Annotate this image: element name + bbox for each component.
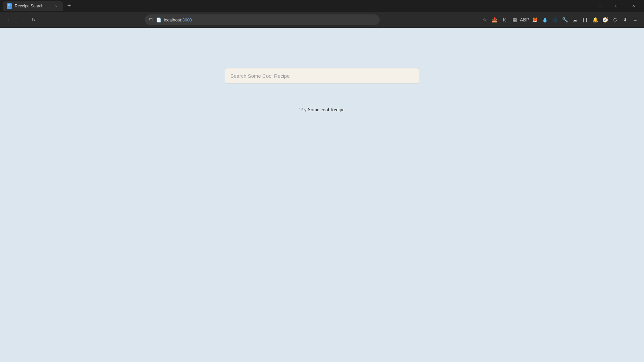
tab-bar: 🔍 Receipe Search × + bbox=[3, 0, 590, 12]
navigation-bar: ← → ↻ 🛡 📄 localhost:3000 ☆ 📥 K ▦ ABP 🦊 💧… bbox=[0, 12, 644, 28]
tab-title: Receipe Search bbox=[15, 4, 51, 8]
google-icon[interactable]: G bbox=[610, 15, 620, 24]
dashboard-icon[interactable]: ▦ bbox=[510, 15, 519, 24]
extension-tools-icon[interactable]: 🔧 bbox=[560, 15, 570, 24]
port-text: :3000 bbox=[181, 17, 192, 22]
extension-k-icon[interactable]: K bbox=[500, 15, 509, 24]
adblock-icon[interactable]: ABP bbox=[520, 15, 529, 24]
vpn-icon[interactable]: 🧭 bbox=[600, 15, 610, 24]
forward-button[interactable]: → bbox=[16, 14, 27, 25]
recipe-search-input[interactable] bbox=[225, 68, 419, 83]
maximize-button[interactable]: □ bbox=[609, 0, 625, 12]
tab-close-button[interactable]: × bbox=[54, 3, 59, 9]
title-bar: 🔍 Receipe Search × + ─ □ ✕ bbox=[0, 0, 644, 12]
active-tab[interactable]: 🔍 Receipe Search × bbox=[3, 1, 63, 11]
extension-dark-icon[interactable]: 🌑 bbox=[550, 15, 559, 24]
toolbar-icons: 📥 K ▦ ABP 🦊 💧 🌑 🔧 ☁ { } 🔔 🧭 G ⬇ ≡ bbox=[490, 15, 640, 24]
close-window-button[interactable]: ✕ bbox=[626, 0, 641, 12]
hint-text: Try Some cool Recipe bbox=[300, 107, 344, 113]
page-content: Try Some cool Recipe bbox=[0, 28, 644, 362]
menu-button[interactable]: ≡ bbox=[631, 15, 640, 24]
search-container bbox=[225, 68, 419, 83]
window-controls: ─ □ ✕ bbox=[592, 0, 641, 12]
download-icon[interactable]: ⬇ bbox=[621, 15, 630, 24]
tab-favicon: 🔍 bbox=[7, 3, 12, 9]
address-text: localhost:3000 bbox=[164, 17, 376, 22]
minimize-button[interactable]: ─ bbox=[592, 0, 608, 12]
extension-fox-icon[interactable]: 🦊 bbox=[530, 15, 539, 24]
cloud-icon[interactable]: ☁ bbox=[570, 15, 580, 24]
nav-left-controls: ← → ↻ bbox=[4, 14, 44, 25]
bookmark-button[interactable]: ☆ bbox=[483, 17, 487, 22]
back-button[interactable]: ← bbox=[4, 14, 15, 25]
page-icon: 📄 bbox=[156, 17, 161, 22]
security-icon: 🛡 bbox=[149, 17, 153, 22]
browser-window: 🔍 Receipe Search × + ─ □ ✕ ← → ↻ 🛡 📄 loc… bbox=[0, 0, 644, 362]
new-tab-button[interactable]: + bbox=[64, 1, 74, 11]
pocket-icon[interactable]: 📥 bbox=[490, 15, 499, 24]
refresh-button[interactable]: ↻ bbox=[28, 14, 39, 25]
address-bar[interactable]: 🛡 📄 localhost:3000 bbox=[145, 14, 380, 25]
extension-blue-icon[interactable]: 💧 bbox=[540, 15, 549, 24]
notification-icon[interactable]: 🔔 bbox=[590, 15, 600, 24]
code-icon[interactable]: { } bbox=[580, 15, 590, 24]
